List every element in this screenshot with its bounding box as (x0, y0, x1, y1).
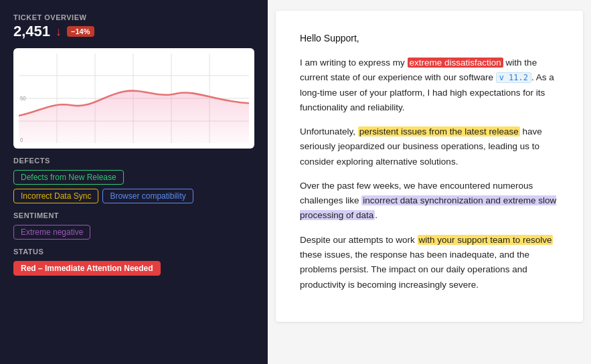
email-paragraph-3: Over the past few weeks, we have encount… (300, 179, 559, 223)
email-card: Hello Support, I am writing to express m… (276, 11, 583, 322)
metric-value: 2,451 (13, 23, 50, 40)
highlight-support-team: with your support team to resolve (418, 235, 554, 245)
sentiment-title: SENTIMENT (13, 211, 254, 219)
right-panel: Hello Support, I am writing to express m… (268, 0, 591, 364)
defects-tags-row: Defects from New Release (13, 170, 254, 185)
svg-text:0: 0 (20, 137, 23, 143)
sentiment-tags-row: Extreme negative (13, 225, 254, 240)
highlight-data-sync: incorrect data synchronization and extre… (300, 195, 556, 220)
metric-arrow-icon: ↓ (56, 25, 62, 39)
overview-title: TICKET OVERVIEW (13, 13, 254, 21)
sentiment-section: SENTIMENT Extreme negative (13, 211, 254, 240)
version-badge: v 11.2 (496, 72, 531, 83)
tag-incorrect-data-sync[interactable]: Incorrect Data Sync (13, 189, 98, 203)
defects-title: DEFECTS (13, 157, 254, 165)
tag-defects-new-release[interactable]: Defects from New Release (13, 170, 124, 185)
metric-badge: −14% (67, 26, 94, 37)
email-paragraph-4: Despite our attempts to work with your s… (300, 233, 559, 292)
defects-tags-row-2: Incorrect Data Sync Browser compatibilit… (13, 189, 254, 203)
left-panel: TICKET OVERVIEW 2,451 ↓ −14% (0, 0, 268, 364)
trend-chart: 0 50 (13, 48, 254, 149)
metrics-row: 2,451 ↓ −14% (13, 23, 254, 40)
defects-section: DEFECTS Defects from New Release Incorre… (13, 157, 254, 203)
tag-extreme-negative[interactable]: Extreme negative (13, 225, 90, 240)
email-paragraph-1: I am writing to express my extreme dissa… (300, 56, 559, 115)
email-paragraph-2: Unfortunately, persistent issues from th… (300, 124, 559, 169)
svg-text:50: 50 (20, 96, 26, 102)
status-title: STATUS (13, 248, 254, 256)
chart-svg: 0 50 (19, 54, 249, 143)
highlight-persistent-issues: persistent issues from the latest releas… (358, 126, 520, 136)
tag-browser-compat[interactable]: Browser compatibility (102, 189, 193, 203)
highlight-extreme-dissatisfaction: extreme dissatisfaction (408, 58, 503, 68)
status-tags-row: Red – Immediate Attention Needed (13, 261, 254, 276)
overview-section: TICKET OVERVIEW 2,451 ↓ −14% (13, 13, 254, 40)
email-greeting: Hello Support, (300, 31, 559, 46)
status-section: STATUS Red – Immediate Attention Needed (13, 248, 254, 276)
tag-red-status[interactable]: Red – Immediate Attention Needed (13, 261, 161, 276)
